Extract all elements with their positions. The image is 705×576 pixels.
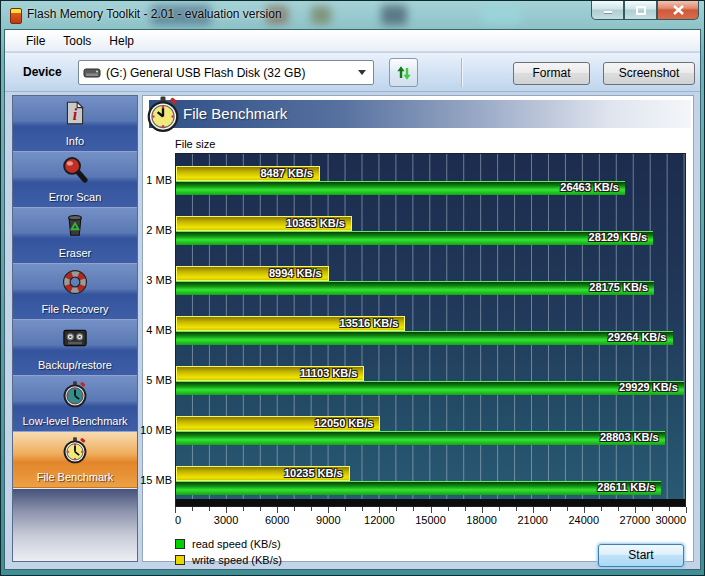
- tick-label: 9000: [316, 514, 340, 526]
- tick-mark: [243, 507, 244, 511]
- bar-value-label: 10363 KB/s: [286, 217, 345, 229]
- window-title: Flash Memory Toolkit - 2.01 - evaluation…: [27, 7, 282, 21]
- start-button[interactable]: Start: [598, 544, 684, 567]
- bar-value-label: 13516 KB/s: [340, 317, 399, 329]
- screenshot-button[interactable]: Screenshot: [603, 62, 695, 85]
- sidebar-item-info[interactable]: i Info: [13, 96, 137, 152]
- legend-item: write speed (KB/s): [175, 552, 282, 568]
- category-label: 3 MB: [139, 274, 172, 286]
- bar-value-label: 28611 KB/s: [597, 481, 655, 493]
- menu-file[interactable]: File: [17, 32, 54, 50]
- chart-legend: read speed (KB/s)write speed (KB/s): [175, 536, 282, 568]
- device-dropdown[interactable]: (G:) General USB Flash Disk (32 GB): [78, 60, 374, 85]
- category-label: 10 MB: [139, 424, 172, 436]
- write-speed-bar: 13516 KB/s: [176, 316, 405, 331]
- lifebuoy-icon: [61, 268, 89, 296]
- maximize-button[interactable]: [624, 1, 657, 20]
- tick-mark: [686, 507, 687, 513]
- read-speed-bar: 28129 KB/s: [176, 231, 653, 245]
- sidebar-item-backup-restore[interactable]: Backup/restore: [13, 320, 137, 376]
- bar-value-label: 29264 KB/s: [608, 331, 667, 343]
- chart-row: 10 MB12050 KB/s28803 KB/s: [176, 416, 685, 445]
- tick-mark: [294, 507, 295, 511]
- info-icon: i: [62, 100, 88, 126]
- page-header: File Benchmark: [149, 100, 691, 128]
- sidebar-item-low-level-benchmark[interactable]: Low-level Benchmark: [13, 376, 137, 432]
- tick-mark: [192, 507, 193, 511]
- legend-swatch-icon: [175, 539, 185, 549]
- close-button[interactable]: [657, 1, 699, 20]
- format-button[interactable]: Format: [513, 62, 590, 85]
- menu-tools[interactable]: Tools: [54, 32, 100, 50]
- bar-value-label: 12050 KB/s: [315, 417, 374, 429]
- tick-label: 30000: [655, 514, 686, 526]
- tick-mark: [413, 507, 414, 511]
- tick-mark: [260, 507, 261, 511]
- legend-label: read speed (KB/s): [192, 538, 281, 550]
- device-dropdown-value: (G:) General USB Flash Disk (32 GB): [106, 66, 358, 80]
- tick-mark: [550, 507, 551, 511]
- magnifier-icon: [61, 156, 89, 184]
- titlebar[interactable]: Flash Memory Toolkit - 2.01 - evaluation…: [1, 1, 704, 29]
- minimize-button[interactable]: [591, 1, 624, 20]
- tick-mark: [175, 507, 176, 513]
- read-speed-bar: 28803 KB/s: [176, 431, 665, 445]
- chart-row: 2 MB10363 KB/s28129 KB/s: [176, 216, 685, 245]
- sidebar: i Info Error Scan Eraser: [12, 95, 138, 562]
- sidebar-item-eraser[interactable]: Eraser: [13, 208, 137, 264]
- sidebar-item-error-scan[interactable]: Error Scan: [13, 152, 137, 208]
- maximize-icon: [635, 5, 647, 16]
- category-label: 5 MB: [139, 374, 172, 386]
- tick-mark: [584, 507, 585, 513]
- trash-icon: [62, 212, 88, 238]
- legend-swatch-icon: [175, 555, 185, 565]
- sidebar-item-label: Info: [13, 135, 137, 147]
- tick-label: 12000: [364, 514, 395, 526]
- tick-mark: [516, 507, 517, 511]
- bar-value-label: 28129 KB/s: [589, 231, 648, 243]
- tick-label: 27000: [620, 514, 651, 526]
- category-label: 1 MB: [139, 174, 172, 186]
- dropdown-arrow-icon: [358, 70, 366, 75]
- sidebar-item-label: Eraser: [13, 247, 137, 259]
- app-icon: [10, 8, 22, 24]
- tick-mark: [362, 507, 363, 511]
- chart-row: 1 MB8487 KB/s26463 KB/s: [176, 166, 685, 195]
- read-speed-bar: 26463 KB/s: [176, 181, 625, 195]
- app-window: Flash Memory Toolkit - 2.01 - evaluation…: [0, 0, 705, 576]
- titlebar-glass-blur: [311, 6, 331, 24]
- tick-label: 6000: [265, 514, 289, 526]
- main-panel: File Benchmark File size 1 MB8487 KB/s26…: [142, 95, 694, 562]
- tick-mark: [345, 507, 346, 511]
- sidebar-item-file-recovery[interactable]: File Recovery: [13, 264, 137, 320]
- write-speed-bar: 11103 KB/s: [176, 366, 364, 381]
- tick-label: 15000: [415, 514, 446, 526]
- menu-help[interactable]: Help: [100, 32, 143, 50]
- page-title: File Benchmark: [183, 105, 287, 122]
- tick-mark: [567, 507, 568, 511]
- category-label: 15 MB: [139, 474, 172, 486]
- sidebar-item-file-benchmark[interactable]: File Benchmark: [13, 432, 137, 488]
- svg-text:i: i: [73, 106, 78, 124]
- legend-label: write speed (KB/s): [192, 554, 282, 566]
- drive-icon: [83, 67, 101, 79]
- tick-mark: [618, 507, 619, 511]
- tick-mark: [277, 507, 278, 513]
- refresh-devices-button[interactable]: [389, 58, 418, 87]
- sidebar-item-label: File Recovery: [13, 303, 137, 315]
- x-axis-ticks: 0300060009000120001500018000210002400027…: [175, 507, 686, 529]
- cassette-icon: [61, 324, 89, 352]
- chart-axis-label: File size: [175, 138, 215, 150]
- tick-mark: [482, 507, 483, 513]
- read-speed-bar: 28175 KB/s: [176, 281, 654, 295]
- tick-mark: [431, 507, 432, 513]
- device-label: Device: [23, 65, 62, 79]
- read-speed-bar: 29264 KB/s: [176, 331, 673, 345]
- sidebar-item-label: File Benchmark: [13, 471, 137, 483]
- x-axis-line: [176, 499, 685, 506]
- read-speed-bar: 29929 KB/s: [176, 381, 684, 395]
- bar-value-label: 28175 KB/s: [589, 281, 648, 293]
- menubar: File Tools Help: [5, 30, 700, 52]
- tick-mark: [669, 507, 670, 511]
- tick-mark: [601, 507, 602, 511]
